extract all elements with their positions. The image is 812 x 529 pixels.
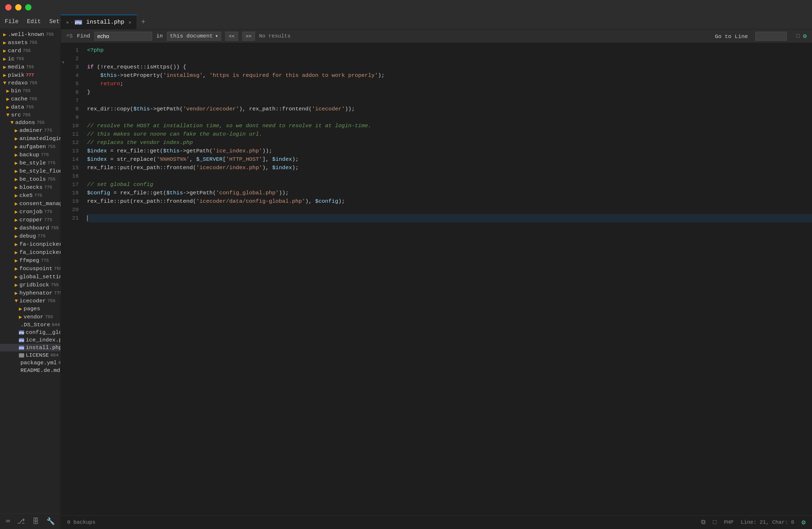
tree-item-cropper[interactable]: ▶ cropper 775 [0, 216, 61, 224]
tree-item-bin[interactable]: ▶ bin 755 [0, 87, 61, 95]
tree-item-addons[interactable]: ▼ addons 755 [0, 119, 61, 127]
tree-item-be-tools[interactable]: ▶ be_tools 755 [0, 175, 61, 183]
folder-icon: ▶ [3, 64, 6, 70]
tree-item-ice-index[interactable]: php ice_index.php 864 [0, 336, 61, 344]
tree-badge: 755 [50, 282, 59, 288]
find-next-button[interactable]: >> [242, 32, 255, 41]
tree-item-cke5[interactable]: ▶ cke5 775 [0, 191, 61, 200]
tree-badge: 664 [50, 353, 58, 358]
tree-label: icecoder [19, 298, 46, 304]
find-scope-dropdown[interactable]: this document ▾ [167, 32, 221, 41]
tree-item-data[interactable]: ▶ data 755 [0, 103, 61, 111]
tree-item-piwik[interactable]: ▶ piwik 777 [0, 71, 61, 79]
code-token: <?php [87, 46, 104, 55]
menu-file[interactable]: File [5, 18, 19, 25]
language-label: PHP [724, 519, 733, 525]
tree-item-focuspoint[interactable]: ▶ focuspoint 755 [0, 265, 61, 273]
code-line-19: rex_file::put(rex_path::frontend( 'iceco… [87, 197, 812, 206]
tree-item-assets[interactable]: ▶ assets 755 [0, 39, 61, 47]
tree-item-animatedlogin[interactable]: ▶ animatedlogin 775 [0, 134, 61, 143]
maximize-button[interactable] [25, 4, 31, 11]
line-num-9: 9 [66, 113, 79, 122]
collapse-arrow[interactable]: ▼ [62, 60, 64, 65]
view-toggle-icon[interactable]: □ [796, 33, 800, 39]
tree-item-install-php[interactable]: php install.php 864 [0, 344, 61, 351]
code-token: rex_dir::copy( [87, 105, 133, 114]
line-num-21: 21 [66, 214, 79, 222]
sidebar-bottom: ⌨ ⎇ 🗄 🔧 [0, 513, 61, 529]
status-bar: 0 backups ⧉ □ PHP Line: 21, Char: 0 ⚙ [61, 515, 812, 529]
tree-item-config-global[interactable]: php config__global.php [0, 329, 61, 336]
tree-item-redaxo[interactable]: ▼ redaxo 755 [0, 79, 61, 87]
database-icon[interactable]: 🗄 [32, 517, 39, 526]
code-line-10: // resolve the HOST at installation time… [87, 122, 812, 130]
folder-icon: ▶ [15, 257, 18, 264]
find-input[interactable] [95, 32, 152, 41]
tree-item-global-settings[interactable]: ▶ global_settings 775 [0, 273, 61, 281]
square-icon[interactable]: □ [713, 519, 716, 526]
tree-item-ic[interactable]: ▶ ic 755 [0, 55, 61, 63]
goto-input[interactable] [755, 32, 787, 41]
close-button[interactable] [5, 4, 12, 11]
tree-item-cache[interactable]: ▶ cache 755 [0, 95, 61, 103]
tree-item-gridblock[interactable]: ▶ gridblock 755 [0, 281, 61, 289]
tree-item-cronjob[interactable]: ▶ cronjob 775 [0, 208, 61, 216]
tree-badge: 775 [34, 193, 42, 198]
folder-icon: ▶ [15, 290, 18, 296]
code-token: = str_replace( [107, 155, 157, 164]
tree-item-backup[interactable]: ▶ backup 775 [0, 151, 61, 159]
tree-item-fa-iconpicker2[interactable]: ▶ fa_iconpicker 775 [0, 248, 61, 256]
tree-item-adminer[interactable]: ▶ adminer 775 [0, 127, 61, 134]
code-line-5: return ; [87, 80, 812, 88]
tree-label: be_tools [19, 176, 46, 182]
code-token: ], [262, 155, 272, 164]
tab-close-icon[interactable]: ✕ [66, 19, 69, 25]
tree-badge: 755 [29, 40, 38, 45]
tree-item-icecoder[interactable]: ▼ icecoder 755 [0, 297, 61, 305]
tree-item-vendor[interactable]: ▶ vendor 755 [0, 313, 61, 321]
settings-gear-icon[interactable]: ⚙ [803, 32, 807, 40]
tree-item-fa-iconpicker[interactable]: ▶ fa-iconpicker 755 [0, 240, 61, 248]
plugin-icon[interactable]: 🔧 [46, 517, 55, 526]
menu-settings[interactable]: Settings [49, 18, 61, 25]
code-token: $index [87, 155, 107, 164]
tree-item-ffmpeg[interactable]: ▶ ffmpeg 775 [0, 256, 61, 265]
copy-icon[interactable]: ⧉ [701, 519, 706, 526]
minimize-button[interactable] [15, 4, 21, 11]
tree-item-src[interactable]: ▼ src 755 [0, 111, 61, 119]
tree-item-package-yml[interactable]: package.yml 664 [0, 359, 61, 367]
tree-item-card[interactable]: ▶ card 755 [0, 47, 61, 55]
line-num-13: 13 [66, 147, 79, 155]
tab-add-button[interactable]: + [137, 15, 150, 29]
tree-item-ds-store[interactable]: .DS_Store 644 [0, 321, 61, 329]
find-prev-button[interactable]: << [225, 32, 238, 41]
settings-icon[interactable]: ⚙ [801, 518, 806, 527]
tree-badge: 755 [23, 113, 31, 117]
tree-badge: 644 [52, 322, 60, 327]
tree-label: package.yml [20, 360, 57, 366]
tab-install-php[interactable]: ✕ php install.php ✕ [61, 15, 137, 29]
code-token: return [100, 79, 120, 88]
tree-item-license[interactable]: LICENSE 664 [0, 351, 61, 359]
tree-item-dashboard[interactable]: ▶ dashboard 755 [0, 224, 61, 232]
menu-bar: File Edit Settings Help 🔒 ↺ 🔌 [0, 15, 61, 28]
tree-item-consent-manager[interactable]: ▶ consent_manager 775 [0, 200, 61, 208]
tree-item-debug[interactable]: ▶ debug 775 [0, 232, 61, 240]
tab-close-btn[interactable]: ✕ [129, 19, 131, 25]
folder-icon: ▼ [11, 120, 14, 126]
git-icon[interactable]: ⎇ [17, 517, 25, 526]
tree-item-be-style-fluent[interactable]: ▶ be_style_fluent 775 [0, 167, 61, 175]
tree-item-media[interactable]: ▶ media 755 [0, 63, 61, 71]
tree-item-pages[interactable]: ▶ pages [0, 305, 61, 313]
tree-item-readme[interactable]: README.de.md 664 [0, 367, 61, 374]
terminal-icon[interactable]: ⌨ [6, 517, 10, 526]
tree-item-bloecks[interactable]: ▶ bloecks 775 [0, 183, 61, 191]
tree-item-hyphenator[interactable]: ▶ hyphenator 775 [0, 289, 61, 297]
tree-item-well-known[interactable]: ▶ .well-known 755 [0, 30, 61, 39]
cursor [87, 215, 88, 221]
tree-item-be-style[interactable]: ▶ be_style 775 [0, 159, 61, 167]
menu-edit[interactable]: Edit [27, 18, 41, 25]
code-content[interactable]: <?php if (!rex_request::isHttps()) { $th… [82, 43, 812, 515]
tree-item-aufgaben[interactable]: ▶ aufgaben 755 [0, 143, 61, 151]
code-token: $config [87, 189, 110, 197]
